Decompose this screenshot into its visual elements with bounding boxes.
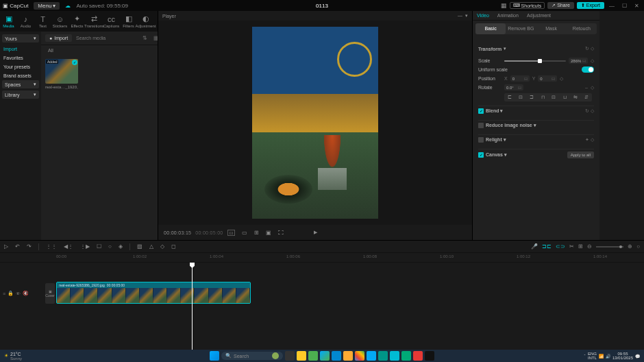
tab-filters[interactable]: ◧Filters [120, 12, 137, 30]
align-vcenter-icon[interactable]: ⊟ [548, 93, 559, 101]
tab-text[interactable]: TText [34, 12, 51, 30]
relight-header[interactable]: Relight ▾ [486, 137, 506, 143]
playhead[interactable] [192, 263, 193, 350]
taskview-icon[interactable] [285, 351, 295, 361]
align-buttons[interactable]: ⊏⊟⊐ ⊓⊟⊔ ⇋⇵ [504, 93, 592, 101]
keyframe-icon[interactable]: ◇ [591, 46, 594, 51]
tracks-area[interactable]: ≡ 🔒 👁 🔇 ▣Cover real-estate-9265386_1920.… [0, 263, 644, 350]
player-opt2-icon[interactable]: ▾ [465, 13, 468, 19]
inspector-tab[interactable]: Adjustment [523, 11, 555, 20]
pos-y-input[interactable]: 0⊟ [538, 75, 557, 82]
track-menu-icon[interactable]: ≡ [3, 291, 5, 296]
edge-icon[interactable] [320, 351, 330, 361]
timeline-clip[interactable]: real-estate-9265386_1920.jpg00:00:05:00 [56, 282, 251, 304]
align-hcenter-icon[interactable]: ⊟ [515, 93, 526, 101]
library-dropdown[interactable]: Library▾ [2, 90, 39, 99]
noise-header[interactable]: Reduce image noise ▾ [486, 123, 536, 128]
reverse-icon[interactable]: △ [149, 243, 153, 250]
tab-transitions[interactable]: ⇄Transitions [86, 12, 103, 30]
ratio-icon[interactable]: ▭ [242, 230, 247, 236]
maximize-button[interactable]: ☐ [619, 3, 629, 9]
preview-cut-icon[interactable]: ✂ [569, 243, 574, 250]
align-right-icon[interactable]: ⊐ [526, 93, 537, 101]
yours-dropdown[interactable]: Yours▾ [2, 34, 39, 43]
transform-header[interactable]: Transform ▾ [478, 46, 506, 51]
record-icon[interactable]: ○ [108, 243, 112, 250]
pointer-tool-icon[interactable]: ▷ [4, 243, 8, 250]
trim-right-icon[interactable]: ⋮▶ [80, 243, 90, 250]
reset-icon[interactable]: ↻ [585, 46, 589, 51]
delete-icon[interactable]: ☐ [97, 243, 101, 250]
weather-widget[interactable]: ☀ 21°CSunny [4, 352, 22, 361]
flip-h-icon[interactable]: ⇋ [570, 93, 581, 101]
player-opt-icon[interactable]: — [458, 13, 462, 19]
freeze-icon[interactable]: ◇ [160, 243, 164, 250]
quality-icon[interactable]: ⊡ [227, 230, 235, 236]
scale-value[interactable]: 286%⊟ [569, 58, 588, 64]
relight-sparkle-icon[interactable]: ✦ [585, 137, 589, 142]
wifi-icon[interactable]: 📶 [599, 354, 604, 359]
blend-kf-icon[interactable]: ◇ [591, 108, 594, 113]
align-bottom-icon[interactable]: ⊔ [559, 93, 570, 101]
redo-icon[interactable]: ↷ [27, 243, 32, 250]
magnet-icon[interactable]: ⊐⊏ [542, 243, 552, 250]
taskbar-search[interactable]: 🔍 Search [221, 352, 283, 360]
track-eye-icon[interactable]: 👁 [16, 291, 21, 296]
tab-effects[interactable]: ✦Effects [69, 12, 86, 30]
preview-canvas[interactable] [158, 21, 472, 225]
capcut-taskbar-icon[interactable] [425, 351, 434, 361]
app5-icon[interactable] [390, 351, 399, 361]
close-button[interactable]: ✕ [632, 3, 641, 9]
split-icon[interactable]: ⋮⋮ [46, 243, 57, 250]
import-button[interactable]: ● Import [45, 34, 72, 42]
blend-reset-icon[interactable]: ↻ [585, 108, 589, 113]
chrome-icon[interactable] [355, 351, 364, 361]
inspector-subtab[interactable]: Mask [536, 23, 567, 34]
sidebar-item[interactable]: Import [2, 45, 39, 53]
blend-checkbox[interactable]: ✓ [478, 108, 484, 114]
inspector-subtab[interactable]: Retouch [567, 23, 597, 34]
tab-captions[interactable]: ccCaptions [103, 12, 120, 30]
inspector-tab[interactable]: Animation [493, 11, 523, 20]
canvas-checkbox[interactable]: ✓ [478, 152, 484, 158]
layout-icon[interactable]: ▦ [501, 2, 507, 9]
blend-header[interactable]: Blend ▾ [486, 108, 503, 114]
apply-all-button[interactable]: Apply to all [567, 152, 594, 158]
sidebar-item[interactable]: Brand assets [2, 71, 39, 80]
noise-checkbox[interactable] [478, 123, 484, 128]
align-top-icon[interactable]: ⊓ [537, 93, 548, 101]
track-mute-icon[interactable]: 🔇 [23, 291, 29, 296]
rot-kf-icon[interactable]: ◇ [591, 85, 594, 90]
explorer-icon[interactable] [297, 351, 306, 361]
word-icon[interactable] [332, 351, 341, 361]
tab-stickers[interactable]: ☺Stickers [51, 12, 69, 30]
canvas-header[interactable]: Canvas ▾ [486, 152, 507, 158]
project-name[interactable]: 0113 [316, 3, 328, 9]
fullscreen-icon[interactable]: ⛶ [278, 230, 284, 236]
pos-kf-icon[interactable]: ◇ [560, 76, 563, 82]
zoom-slider[interactable] [596, 246, 623, 248]
sort-icon[interactable]: ⇅ [143, 35, 147, 41]
crop2-icon[interactable]: ◻ [171, 243, 176, 250]
app4-icon[interactable] [378, 351, 388, 361]
sidebar-item[interactable]: Your presets [2, 62, 39, 71]
crop-preview-icon[interactable]: ⊞ [254, 230, 259, 236]
zoom-out-icon[interactable]: ⊖ [587, 243, 592, 250]
tab-all[interactable]: All [45, 47, 56, 54]
media-thumbnail[interactable]: Added ✓ real-esta…_1920.jpg [45, 59, 78, 236]
share-button[interactable]: ↗ Share [547, 2, 574, 9]
time-ruler[interactable]: 00:001:00:021:00:041:00:061:00:081:00:10… [0, 253, 644, 263]
inspector-subtab[interactable]: Basic [475, 23, 506, 34]
minimize-button[interactable]: — [607, 3, 617, 9]
trim-left-icon[interactable]: ◀⋮ [64, 243, 73, 250]
mic-icon[interactable]: 🎤 [531, 243, 538, 250]
pos-x-input[interactable]: 0⊟ [510, 75, 530, 82]
app3-icon[interactable] [367, 351, 376, 361]
track-lock-icon[interactable]: 🔒 [8, 291, 14, 296]
app2-icon[interactable] [343, 351, 353, 361]
flip-v-icon[interactable]: ⇵ [581, 93, 592, 101]
track-opts-icon[interactable]: ⊞ [578, 243, 583, 250]
app7-icon[interactable] [413, 351, 423, 361]
tab-adjustment[interactable]: ◐Adjustment [137, 12, 154, 30]
menu-button[interactable]: Menu ▾ [34, 2, 60, 10]
